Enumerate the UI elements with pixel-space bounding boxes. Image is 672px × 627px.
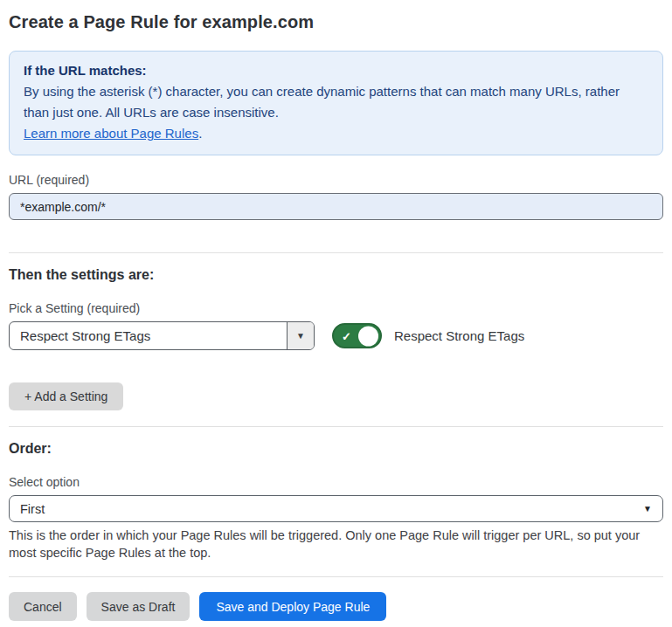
link-suffix: . bbox=[198, 126, 202, 141]
order-select[interactable]: First ▼ bbox=[9, 495, 663, 522]
order-select-label: Select option bbox=[9, 474, 663, 490]
pick-setting-label: Pick a Setting (required) bbox=[9, 300, 663, 316]
settings-section-heading: Then the settings are: bbox=[9, 265, 663, 284]
save-as-draft-button[interactable]: Save as Draft bbox=[87, 592, 191, 621]
toggle-label: Respect Strong ETags bbox=[394, 328, 524, 343]
url-match-info-box: If the URL matches: By using the asteris… bbox=[9, 51, 663, 155]
respect-strong-etags-toggle[interactable]: ✓ bbox=[332, 323, 382, 348]
order-select-value: First bbox=[20, 502, 45, 516]
divider bbox=[9, 252, 663, 253]
learn-more-link[interactable]: Learn more about Page Rules bbox=[24, 126, 198, 141]
order-section-heading: Order: bbox=[9, 439, 663, 458]
info-box-body: By using the asterisk (*) character, you… bbox=[24, 81, 648, 123]
setting-select[interactable]: Respect Strong ETags ▼ bbox=[9, 321, 315, 350]
save-and-deploy-button[interactable]: Save and Deploy Page Rule bbox=[199, 592, 386, 621]
footer-actions: Cancel Save as Draft Save and Deploy Pag… bbox=[9, 592, 663, 621]
order-description: This is the order in which your Page Rul… bbox=[9, 527, 663, 562]
setting-select-arrow-button[interactable]: ▼ bbox=[287, 322, 314, 349]
page-title: Create a Page Rule for example.com bbox=[9, 10, 663, 33]
info-box-link-line: Learn more about Page Rules. bbox=[24, 123, 648, 144]
setting-select-value: Respect Strong ETags bbox=[10, 322, 287, 349]
toggle-knob bbox=[358, 326, 378, 346]
url-field-label: URL (required) bbox=[9, 172, 663, 188]
chevron-down-icon: ▼ bbox=[296, 331, 305, 341]
divider bbox=[9, 576, 663, 577]
divider bbox=[9, 426, 663, 427]
create-page-rule-form: Create a Page Rule for example.com If th… bbox=[0, 10, 672, 621]
chevron-down-icon: ▼ bbox=[643, 504, 652, 513]
add-setting-button[interactable]: + Add a Setting bbox=[9, 382, 123, 410]
setting-row: Respect Strong ETags ▼ ✓ Respect Strong … bbox=[9, 321, 663, 350]
checkmark-icon: ✓ bbox=[342, 330, 351, 341]
url-input[interactable] bbox=[9, 193, 663, 220]
cancel-button[interactable]: Cancel bbox=[9, 592, 77, 621]
info-box-heading: If the URL matches: bbox=[24, 60, 648, 81]
